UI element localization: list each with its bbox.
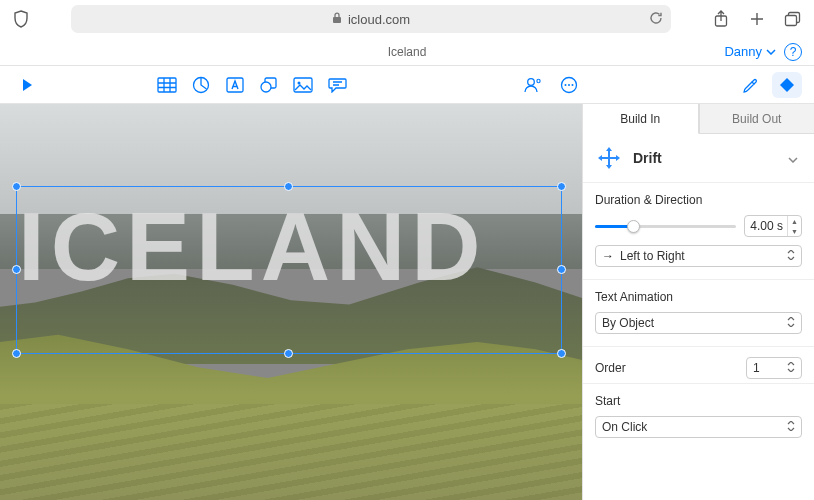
tab-build-out[interactable]: Build Out <box>699 104 815 134</box>
svg-point-15 <box>568 84 570 86</box>
user-name: Danny <box>724 44 762 59</box>
start-value: On Click <box>602 420 647 434</box>
duration-value: 4.00 s <box>745 219 787 233</box>
title-row: Iceland Danny ? <box>0 38 814 66</box>
start-section: Start On Click <box>583 384 814 450</box>
refresh-icon[interactable] <box>649 11 663 28</box>
svg-rect-0 <box>333 17 341 23</box>
duration-label: Duration & Direction <box>595 193 802 207</box>
start-label: Start <box>595 394 802 408</box>
slide-canvas[interactable]: ICELAND <box>0 104 582 500</box>
slide-bg-stripes <box>0 404 582 500</box>
order-select[interactable]: 1 <box>746 357 802 379</box>
resize-handle-tr[interactable] <box>557 182 566 191</box>
chevron-down-icon <box>787 249 795 263</box>
more-icon[interactable] <box>554 71 584 99</box>
shape-insert-icon[interactable] <box>254 71 284 99</box>
svg-point-10 <box>298 81 301 84</box>
resize-handle-mr[interactable] <box>557 265 566 274</box>
user-menu[interactable]: Danny <box>724 44 776 59</box>
text-animation-section: Text Animation By Object <box>583 280 814 347</box>
svg-point-8 <box>261 82 271 92</box>
browser-chrome: icloud.com <box>0 0 814 38</box>
privacy-report-icon[interactable] <box>10 8 32 30</box>
share-icon[interactable] <box>710 8 732 30</box>
effect-name: Drift <box>633 150 662 166</box>
resize-handle-br[interactable] <box>557 349 566 358</box>
image-insert-icon[interactable] <box>288 71 318 99</box>
chevron-down-icon <box>787 420 795 434</box>
resize-handle-tm[interactable] <box>284 182 293 191</box>
duration-section: Duration & Direction 4.00 s ▲▼ → Left to… <box>583 183 814 280</box>
url-text: icloud.com <box>348 12 410 27</box>
start-select[interactable]: On Click <box>595 416 802 438</box>
duration-stepper[interactable]: ▲▼ <box>787 216 801 236</box>
inspector-panel: Build In Build Out Drift Duration & Dire… <box>582 104 814 500</box>
direction-arrow-icon: → <box>602 249 614 263</box>
svg-rect-4 <box>158 78 176 92</box>
chevron-down-icon <box>787 361 795 375</box>
document-title: Iceland <box>0 45 814 59</box>
format-brush-icon[interactable] <box>734 72 764 98</box>
collaborate-icon[interactable] <box>518 71 548 99</box>
svg-rect-9 <box>294 78 312 92</box>
text-animation-value: By Object <box>602 316 654 330</box>
duration-slider[interactable] <box>595 225 736 228</box>
chevron-down-icon <box>766 49 776 55</box>
chart-insert-icon[interactable] <box>186 71 216 99</box>
svg-point-16 <box>572 84 574 86</box>
tabs-overview-icon[interactable] <box>782 8 804 30</box>
text-animation-label: Text Animation <box>595 290 802 304</box>
lock-icon <box>332 12 342 27</box>
duration-field[interactable]: 4.00 s ▲▼ <box>744 215 802 237</box>
tab-build-in[interactable]: Build In <box>583 104 699 134</box>
help-icon[interactable]: ? <box>784 43 802 61</box>
inspector-tabs: Build In Build Out <box>583 104 814 134</box>
resize-handle-bl[interactable] <box>12 349 21 358</box>
order-section: Order 1 <box>583 347 814 384</box>
table-insert-icon[interactable] <box>152 71 182 99</box>
effect-row[interactable]: Drift <box>583 134 814 183</box>
address-bar[interactable]: icloud.com <box>71 5 671 33</box>
svg-point-11 <box>528 78 535 85</box>
text-animation-select[interactable]: By Object <box>595 312 802 334</box>
effect-chevron-icon[interactable] <box>784 149 802 168</box>
chevron-down-icon <box>787 316 795 330</box>
animate-diamond-icon[interactable] <box>772 72 802 98</box>
resize-handle-tl[interactable] <box>12 182 21 191</box>
order-label: Order <box>595 361 626 375</box>
svg-point-14 <box>565 84 567 86</box>
play-button[interactable] <box>12 71 42 99</box>
direction-value: Left to Right <box>620 249 685 263</box>
direction-select[interactable]: → Left to Right <box>595 245 802 267</box>
drift-effect-icon <box>595 144 623 172</box>
new-tab-icon[interactable] <box>746 8 768 30</box>
order-value: 1 <box>753 361 760 375</box>
svg-rect-3 <box>786 16 797 26</box>
main-area: ICELAND Build In Build Out Drift <box>0 104 814 500</box>
toolbar <box>0 66 814 104</box>
text-insert-icon[interactable] <box>220 71 250 99</box>
resize-handle-ml[interactable] <box>12 265 21 274</box>
selection-box[interactable] <box>16 186 562 354</box>
slider-thumb[interactable] <box>627 220 640 233</box>
comment-insert-icon[interactable] <box>322 71 352 99</box>
resize-handle-bm[interactable] <box>284 349 293 358</box>
